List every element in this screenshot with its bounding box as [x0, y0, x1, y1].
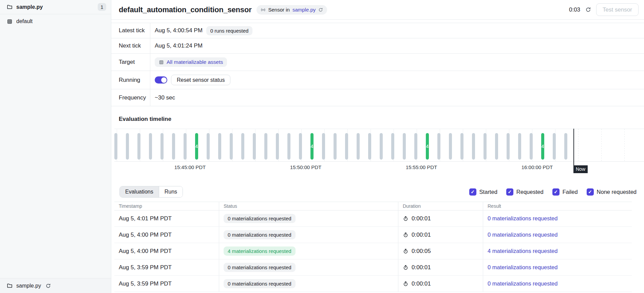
- duration-cell: 0:00:05: [398, 243, 483, 259]
- refresh-button[interactable]: [585, 6, 592, 13]
- timeline-tick-bar[interactable]: [507, 133, 510, 160]
- repo-icon: [7, 19, 13, 24]
- column-header-duration: Duration: [398, 202, 483, 210]
- status-pill: 0 materializations requested: [224, 230, 296, 239]
- table-row: Aug 5, 4:00 PM PDT0 materializations req…: [114, 227, 632, 243]
- filter-checkbox-failed[interactable]: ✓Failed: [552, 188, 578, 196]
- timeline-tick-bar[interactable]: [484, 133, 487, 160]
- status-pill: 0 materializations requested: [224, 214, 296, 223]
- latest-tick-status-pill: 0 runs requested: [206, 26, 253, 35]
- timeline-tick-bar[interactable]: [334, 133, 337, 160]
- duration-cell: 0:00:01: [398, 276, 483, 292]
- tab-runs[interactable]: Runs: [159, 186, 183, 197]
- result-link[interactable]: 4 materializations requested: [488, 248, 557, 254]
- next-tick-value: Aug 5, 4:01:24 PM: [155, 42, 203, 49]
- badge-file-link[interactable]: sample.py: [292, 7, 316, 13]
- result-link[interactable]: 0 materializations requested: [488, 215, 557, 222]
- sidebar-item-default[interactable]: default: [0, 14, 111, 29]
- timeline-tick-bar[interactable]: [449, 133, 452, 160]
- timeline-tick-bar[interactable]: [472, 133, 475, 160]
- reset-sensor-status-button[interactable]: Reset sensor status: [171, 75, 230, 85]
- tab-evaluations[interactable]: Evaluations: [120, 186, 159, 197]
- timeline-axis-label: 15:50:00 PDT: [290, 164, 322, 170]
- timeline-tick-bar[interactable]: [518, 133, 521, 160]
- timeline-tick-bar[interactable]: [299, 133, 302, 160]
- timeline-tick-bar[interactable]: [160, 133, 164, 160]
- timeline-gridline: [578, 129, 579, 161]
- detail-label: Next tick: [111, 38, 150, 53]
- timeline-tick-bar[interactable]: [276, 133, 279, 160]
- filter-checkbox-started[interactable]: ✓Started: [469, 188, 497, 196]
- timeline-tick-bar[interactable]: [460, 133, 463, 160]
- filter-checkbox-none-requested[interactable]: ✓None requested: [587, 188, 637, 196]
- detail-label: Running: [111, 71, 150, 89]
- stopwatch-icon: [403, 216, 409, 221]
- status-pill: 4 materializations requested: [224, 246, 296, 256]
- result-link[interactable]: 0 materializations requested: [488, 264, 557, 271]
- timeline-tick-bar[interactable]: [403, 133, 406, 160]
- result-link[interactable]: 0 materializations requested: [488, 232, 557, 238]
- timeline-tick-bar[interactable]: [380, 133, 383, 160]
- now-marker-tooltip: Now: [573, 165, 588, 173]
- timeline-axis-label: 15:45:00 PDT: [174, 164, 206, 170]
- timeline-tick-bar[interactable]: [322, 133, 325, 160]
- test-sensor-button[interactable]: Test sensor: [596, 3, 639, 16]
- status-cell: 0 materializations requested: [219, 276, 398, 292]
- badge-prefix: Sensor in: [268, 7, 290, 13]
- now-marker-line: [573, 129, 574, 166]
- definitions-count-badge: 1: [98, 3, 106, 11]
- detail-row-running: Running Reset sensor status: [111, 71, 644, 89]
- timeline-tick-bar[interactable]: [264, 133, 267, 160]
- timeline-tick-bar[interactable]: [218, 133, 221, 160]
- refresh-icon: [318, 7, 323, 12]
- target-assets-link[interactable]: All materializable assets: [155, 57, 227, 67]
- timeline-tick-bar[interactable]: [495, 133, 498, 160]
- timeline-tick-bar[interactable]: [345, 133, 348, 160]
- refresh-icon: [45, 283, 51, 289]
- sidebar-footer: sample.py: [0, 278, 111, 293]
- stopwatch-icon: [403, 281, 409, 287]
- timeline-tick-bar[interactable]: 4: [541, 133, 544, 160]
- timeline-tick-bar[interactable]: [414, 133, 417, 160]
- timeline-tick-bar[interactable]: [230, 133, 233, 160]
- reload-location-button[interactable]: [45, 282, 52, 289]
- timeline-tick-bar[interactable]: 4: [310, 133, 314, 160]
- result-link[interactable]: 0 materializations requested: [488, 280, 557, 287]
- timeline-tick-bar[interactable]: [530, 133, 533, 160]
- sensor-details-table: Latest tick Aug 5, 4:00:54 PM 0 runs req…: [111, 23, 644, 106]
- filter-checkbox-requested[interactable]: ✓Requested: [506, 188, 544, 196]
- timeline-tick-bar[interactable]: [137, 133, 140, 160]
- sidebar-item-sample-py[interactable]: sample.py 1: [0, 0, 111, 14]
- page-header: default_automation_condition_sensor Sens…: [111, 0, 644, 20]
- timeline-tick-bar[interactable]: [553, 133, 556, 160]
- table-row: Aug 5, 4:01 PM PDT0 materializations req…: [114, 210, 632, 227]
- result-cell: 0 materializations requested: [483, 259, 632, 275]
- timeline-tick-bar[interactable]: [114, 133, 117, 160]
- status-cell: 0 materializations requested: [219, 259, 398, 275]
- evaluations-table: Timestamp Status Duration Result Aug 5, …: [114, 202, 632, 292]
- timeline-tick-bar[interactable]: [287, 133, 290, 160]
- timeline-tick-bar[interactable]: [126, 133, 129, 160]
- detail-row-latest-tick: Latest tick Aug 5, 4:00:54 PM 0 runs req…: [111, 23, 644, 38]
- timeline-tick-bar[interactable]: [437, 133, 440, 160]
- timeline-tick-bar[interactable]: [207, 133, 210, 160]
- timeline-tick-bar[interactable]: [172, 133, 175, 160]
- timeline-tick-bar[interactable]: [391, 133, 394, 160]
- timeline-tick-bar[interactable]: 4: [426, 133, 429, 160]
- footer-location-label: sample.py: [16, 283, 41, 289]
- timestamp-cell: Aug 5, 4:00 PM PDT: [114, 227, 219, 243]
- timeline-tick-bar[interactable]: [184, 133, 187, 160]
- detail-row-frequency: Frequency ~30 sec: [111, 89, 644, 106]
- timeline-tick-bar[interactable]: [241, 133, 244, 160]
- timeline-tick-bar[interactable]: 4: [195, 133, 198, 160]
- timeline-tick-bar[interactable]: [149, 133, 152, 160]
- timeline-tick-bar[interactable]: [564, 133, 567, 160]
- checkbox-checked-icon: ✓: [469, 188, 476, 196]
- running-toggle[interactable]: [155, 76, 167, 84]
- table-body: Aug 5, 4:01 PM PDT0 materializations req…: [114, 210, 632, 292]
- timeline-tick-bar[interactable]: [357, 133, 360, 160]
- timeline-tick-bar[interactable]: [253, 133, 256, 160]
- stopwatch-icon: [403, 264, 409, 270]
- timeline-tick-bar[interactable]: [368, 133, 371, 160]
- view-tabs: EvaluationsRuns: [119, 186, 183, 198]
